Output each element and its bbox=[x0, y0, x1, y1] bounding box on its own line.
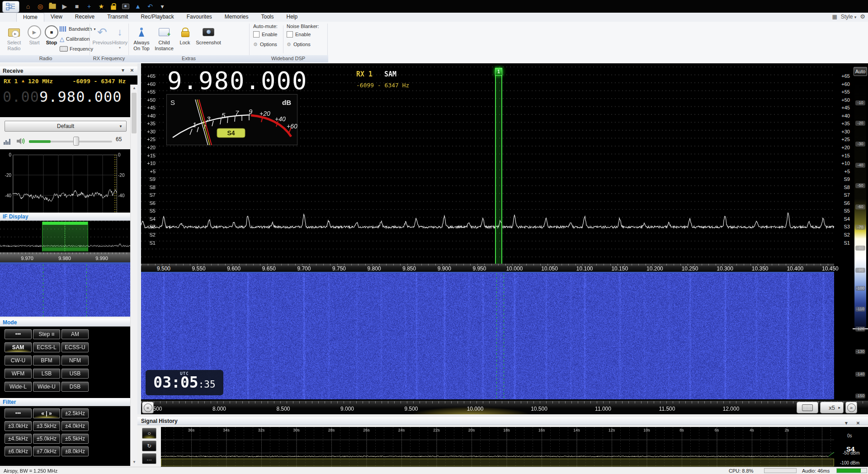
calibration-button[interactable]: △ Calibration bbox=[60, 34, 90, 43]
signal-history-chart[interactable]: 36s34s32s30s28s26s24s22s20s18s16s14s12s1… bbox=[161, 427, 868, 467]
filter-button-5.0khz[interactable]: ±5.0kHz bbox=[33, 434, 60, 444]
style-preview-icon[interactable]: ▦ bbox=[832, 14, 837, 20]
if-waterfall[interactable] bbox=[0, 264, 130, 317]
mode-button-lsb[interactable]: LSB bbox=[33, 369, 60, 379]
play-icon[interactable]: ▶ bbox=[60, 2, 69, 11]
mode-panel-header[interactable]: Mode ▲ bbox=[0, 318, 137, 327]
collapse-icon[interactable]: ▼ bbox=[843, 421, 850, 426]
more-icon[interactable]: ▾ bbox=[158, 2, 167, 11]
screenshot-icon[interactable] bbox=[121, 2, 130, 11]
noiseblanker-enable-checkbox[interactable]: Enable bbox=[287, 30, 325, 39]
select-radio-button[interactable]: ▶ SelectRadio bbox=[4, 24, 24, 54]
tab-rec-playback[interactable]: Rec/Playback bbox=[134, 13, 180, 22]
filter-button-[interactable]: « | » bbox=[33, 408, 60, 418]
stop-button[interactable]: ■ Stop bbox=[43, 24, 60, 54]
tab-memories[interactable]: Memories bbox=[218, 13, 255, 22]
favourite-star-icon[interactable]: ★ bbox=[97, 2, 106, 11]
speaker-icon[interactable] bbox=[16, 137, 26, 145]
lock-button[interactable]: Lock bbox=[177, 24, 193, 54]
mode-button-am[interactable]: AM bbox=[61, 329, 89, 339]
receive-panel-header[interactable]: Receive ▼ ✕ bbox=[0, 66, 137, 76]
tab-favourites[interactable]: Favourites bbox=[180, 13, 218, 22]
filter-button-4.5khz[interactable]: ±4.5kHz bbox=[5, 434, 32, 444]
rx-frequency-display[interactable]: 0.009.980.000 bbox=[3, 88, 122, 105]
style-selector[interactable]: Style ▾ bbox=[841, 14, 857, 20]
tab-home[interactable]: Home bbox=[16, 13, 44, 23]
previous-frequency-button[interactable]: ↶ Previous bbox=[93, 24, 111, 54]
mode-button-sam[interactable]: SAM bbox=[5, 342, 32, 352]
if-spectrum[interactable] bbox=[0, 221, 130, 252]
filter-button-[interactable]: ••• bbox=[5, 408, 32, 418]
nav-keyboard-button[interactable] bbox=[797, 402, 818, 413]
profile-dropdown[interactable]: Default ▼ bbox=[5, 121, 127, 132]
mode-button-bfm[interactable]: BFM bbox=[33, 356, 60, 365]
mode-button-cw-u[interactable]: CW-U bbox=[5, 356, 32, 365]
tab-transmit[interactable]: Transmit bbox=[101, 13, 134, 22]
filter-button-3.0khz[interactable]: ±3.0kHz bbox=[5, 421, 32, 431]
home-icon[interactable]: ⌂ bbox=[24, 2, 33, 11]
open-folder-icon[interactable] bbox=[48, 2, 57, 11]
signal-history-mode-button-2[interactable]: ↻ bbox=[142, 441, 156, 451]
waterfall[interactable] bbox=[141, 273, 834, 399]
bandwidth-button[interactable]: Bandwidth▾ bbox=[60, 24, 95, 33]
mode-button-wfm[interactable]: WFM bbox=[5, 369, 32, 379]
nav-zoom-button[interactable]: x5▸ bbox=[820, 402, 844, 413]
signal-history-more-button[interactable]: … bbox=[142, 453, 156, 464]
filter-button-2.5khz[interactable]: ±2.5kHz bbox=[61, 408, 89, 418]
main-frequency-display[interactable]: 9.980.000 bbox=[167, 66, 308, 95]
signal-history-mode-button-1[interactable]: ○ bbox=[142, 428, 156, 439]
app-menu-button[interactable] bbox=[2, 1, 19, 13]
frequency-history-button[interactable]: ↓ History ▾ bbox=[111, 24, 128, 54]
tab-receive[interactable]: Receive bbox=[69, 13, 101, 22]
waterfall-color-scale[interactable] bbox=[854, 80, 866, 328]
filter-panel-header[interactable]: Filter ▲ bbox=[0, 398, 137, 406]
scrollbar-thumb[interactable] bbox=[132, 93, 137, 133]
filter-button-7.0khz[interactable]: ±7.0kHz bbox=[33, 446, 60, 456]
rf-spectrum[interactable]: 9.980.000 RX 1 SAM -6099 - 6347 Hz S dB bbox=[141, 66, 834, 264]
if-filter-passband[interactable] bbox=[42, 222, 88, 251]
frequency-axis[interactable]: 9.5009.5509.6009.6509.7009.7509.8009.850… bbox=[141, 264, 834, 272]
undo-icon[interactable]: ↶ bbox=[146, 2, 155, 11]
tuning-marker-bar[interactable] bbox=[495, 76, 502, 265]
filter-button-5.5khz[interactable]: ±5.5kHz bbox=[61, 434, 89, 444]
screenshot-button[interactable]: Screenshot bbox=[193, 24, 223, 54]
filter-button-6.0khz[interactable]: ±6.0kHz bbox=[5, 446, 32, 456]
noiseblanker-options-button[interactable]: ⚙Options bbox=[287, 40, 325, 49]
utc-clock[interactable]: UTC 03:05:35 bbox=[146, 370, 223, 395]
record-icon[interactable]: ■ bbox=[72, 2, 81, 11]
mode-button-ecss-u[interactable]: ECSS-U bbox=[61, 342, 89, 352]
start-button[interactable]: ▶ Start bbox=[26, 24, 42, 54]
scroll-up-icon[interactable]: ▲ bbox=[131, 85, 138, 92]
tab-view[interactable]: View bbox=[44, 13, 69, 22]
life-ring-icon[interactable]: ◎ bbox=[36, 2, 45, 11]
mode-button-usb[interactable]: USB bbox=[61, 369, 89, 379]
mode-button-[interactable]: ••• bbox=[5, 329, 32, 339]
tuning-marker-label[interactable]: 1 bbox=[495, 68, 502, 76]
signal-history-header[interactable]: Signal History ▼ ✕ bbox=[137, 417, 868, 425]
mode-button-wide-l[interactable]: Wide-L bbox=[5, 382, 32, 392]
mode-button-wide-u[interactable]: Wide-U bbox=[33, 382, 60, 392]
settings-gear-icon[interactable]: ⚙ bbox=[860, 13, 865, 20]
nav-scroll-right-button[interactable]: » bbox=[845, 402, 857, 413]
left-panel-scrollbar[interactable]: ▲ ▼ bbox=[130, 85, 137, 466]
scroll-down-icon[interactable]: ▼ bbox=[131, 459, 138, 466]
auto-scale-button[interactable]: Auto bbox=[854, 67, 867, 76]
equalizer-icon[interactable] bbox=[4, 137, 12, 145]
if-frequency-scale[interactable]: 9.9709.9809.990 bbox=[0, 252, 130, 262]
filter-button-4.0khz[interactable]: ±4.0kHz bbox=[61, 421, 89, 431]
automute-options-button[interactable]: ⚙Options bbox=[253, 40, 281, 49]
lock-icon[interactable] bbox=[109, 2, 118, 11]
volume-slider-handle[interactable] bbox=[73, 137, 79, 146]
always-on-top-button[interactable]: AlwaysOn Top bbox=[131, 24, 152, 54]
tune-step-up-icon[interactable]: ▲ bbox=[21, 78, 25, 83]
antenna-icon[interactable]: ▲ bbox=[133, 2, 142, 11]
mode-button-step[interactable]: Step ≡ bbox=[33, 329, 60, 339]
tab-help[interactable]: Help bbox=[280, 13, 304, 22]
add-icon[interactable]: + bbox=[85, 2, 94, 11]
child-instance-button[interactable]: + ChildInstance bbox=[153, 24, 175, 54]
close-icon[interactable]: ✕ bbox=[854, 421, 862, 426]
mode-button-ecss-l[interactable]: ECSS-L bbox=[33, 342, 60, 352]
nav-scroll-left-button[interactable]: « bbox=[142, 402, 154, 413]
filter-button-8.0khz[interactable]: ±8.0kHz bbox=[61, 446, 89, 456]
collapse-icon[interactable]: ▼ bbox=[119, 68, 127, 73]
